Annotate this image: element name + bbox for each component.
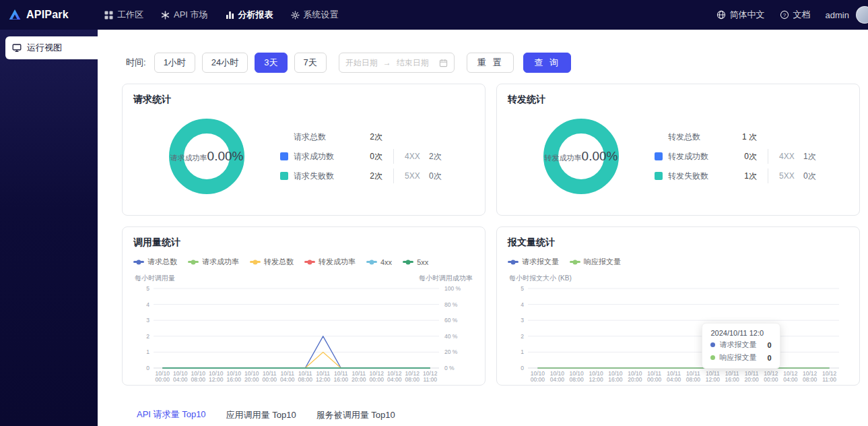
svg-text:20 %: 20 %: [444, 348, 458, 355]
nav-item-label: 分析报表: [238, 9, 273, 21]
legend-item[interactable]: 请求总数: [133, 257, 177, 267]
svg-text:10/1120:00: 10/1120:00: [352, 370, 366, 383]
chart-tooltip: 2024/10/11 12:0请求报文量0响应报文量0: [702, 323, 780, 369]
bar-chart-icon: [226, 11, 234, 20]
main-content: 时间: 1小时 24小时 3天 7天 开始日期 → 结束日期 重 置 查 询: [98, 30, 868, 426]
stat-row-total: 转发总数 1 次: [655, 128, 844, 146]
svg-text:10/1208:00: 10/1208:00: [803, 370, 817, 383]
right-axis-title: 每小时调用成功率: [419, 274, 473, 283]
svg-text:10/1211:00: 10/1211:00: [822, 370, 837, 383]
nav-item-label: API 市场: [174, 9, 208, 21]
svg-text:0: 0: [146, 365, 149, 371]
docs-link[interactable]: ? 文档: [780, 9, 811, 21]
legend-item[interactable]: 请求报文量: [508, 257, 559, 267]
user-menu[interactable]: admin: [826, 10, 849, 20]
svg-text:10/1211:00: 10/1211:00: [423, 370, 438, 383]
brand[interactable]: APIPark: [0, 8, 98, 22]
stat-row-success: 请求成功数 0次 4XX 2次: [280, 148, 470, 165]
forward-success-donut: 转发成功率0.00%: [543, 119, 619, 194]
svg-text:2: 2: [146, 333, 149, 340]
call-volume-card: 调用量统计 请求总数请求成功率转发总数转发成功率4xx5xx 每小时调用量 每小…: [122, 226, 486, 386]
svg-text:10/1204:00: 10/1204:00: [387, 370, 402, 383]
svg-text:10/1200:00: 10/1200:00: [764, 370, 778, 383]
svg-text:10/1104:00: 10/1104:00: [667, 370, 681, 383]
left-axis-title: 每小时调用量: [135, 274, 175, 283]
tab-app-calls-top10[interactable]: 应用调用量 Top10: [225, 406, 298, 426]
legend-marker-icon: [250, 261, 261, 263]
axis-labels: 每小时报文大小 (KB): [508, 274, 848, 283]
gear-icon: [291, 11, 300, 20]
svg-text:5: 5: [521, 285, 524, 292]
nav-item-settings[interactable]: 系统设置: [291, 9, 339, 21]
nav-item-label: 工作区: [117, 9, 143, 21]
tab-service-called-top10[interactable]: 服务被调用量 Top10: [315, 406, 397, 426]
range-button-1h[interactable]: 1小时: [154, 53, 195, 73]
svg-text:1: 1: [146, 348, 149, 355]
range-arrow: →: [383, 58, 391, 67]
legend-item[interactable]: 转发成功率: [304, 257, 356, 267]
apipark-logo-icon: [8, 8, 22, 22]
nav-item-label: 系统设置: [304, 9, 339, 21]
docs-label: 文档: [793, 9, 811, 21]
grid-icon: [104, 11, 113, 20]
legend-item[interactable]: 请求成功率: [188, 257, 239, 267]
language-switcher[interactable]: 简体中文: [716, 9, 765, 21]
main-nav: 工作区 API 市场 分析报表: [104, 9, 716, 21]
monitor-icon: [12, 43, 22, 53]
sidebar-item-label: 运行视图: [27, 42, 62, 54]
svg-text:0: 0: [521, 365, 524, 371]
legend-marker-icon: [304, 261, 315, 263]
svg-text:0 %: 0 %: [444, 365, 455, 371]
legend-marker-icon: [188, 261, 199, 263]
legend-item[interactable]: 4xx: [366, 258, 392, 266]
reset-button[interactable]: 重 置: [467, 53, 514, 73]
svg-text:?: ?: [782, 12, 786, 18]
range-button-3d[interactable]: 3天: [255, 53, 287, 73]
legend-label: 请求总数: [147, 257, 177, 267]
legend-marker-icon: [570, 261, 580, 263]
user-avatar[interactable]: [856, 6, 868, 24]
legend-label: 请求报文量: [522, 257, 559, 267]
request-stats-card: 请求统计 请求成功率0.00% 请求总数 2次: [122, 84, 486, 216]
svg-text:10/1204:00: 10/1204:00: [783, 370, 798, 383]
forward-stat-rows: 转发总数 1 次 转发成功数 0次 4XX 1次: [655, 128, 848, 185]
chart-plot: 01234510/1000:0010/1004:0010/1008:0010/1…: [508, 284, 848, 386]
request-stat-rows: 请求总数 2次 请求成功数 0次 4XX 2次: [280, 128, 474, 185]
svg-text:10/1004:00: 10/1004:00: [173, 370, 188, 383]
svg-text:100 %: 100 %: [444, 285, 461, 292]
legend-item[interactable]: 5xx: [403, 258, 428, 266]
nav-item-api-market[interactable]: API 市场: [161, 9, 208, 21]
card-title: 报文量统计: [508, 237, 848, 249]
card-title: 调用量统计: [133, 237, 474, 249]
chart-legend: 请求总数请求成功率转发总数转发成功率4xx5xx: [133, 257, 474, 267]
request-success-donut: 请求成功率0.00%: [169, 119, 244, 194]
date-range-picker[interactable]: 开始日期 → 结束日期: [339, 53, 455, 73]
svg-text:10/1004:00: 10/1004:00: [550, 370, 565, 383]
sidebar-item-run-view[interactable]: 运行视图: [5, 36, 98, 59]
range-button-7d[interactable]: 7天: [294, 53, 327, 73]
message-volume-card: 报文量统计 请求报文量响应报文量 每小时报文大小 (KB) 01234510/1…: [496, 226, 860, 386]
range-button-24h[interactable]: 24小时: [202, 53, 248, 73]
svg-text:10/1116:00: 10/1116:00: [334, 370, 349, 383]
time-filter-label: 时间:: [126, 57, 146, 69]
legend-label: 转发总数: [264, 257, 294, 267]
svg-text:10/1016:00: 10/1016:00: [227, 370, 242, 383]
nav-item-analytics[interactable]: 分析报表: [226, 9, 273, 21]
svg-text:80 %: 80 %: [444, 301, 458, 308]
navbar-right: 简体中文 ? 文档 admin: [716, 6, 868, 24]
success-swatch: [655, 152, 663, 160]
svg-text:10/1104:00: 10/1104:00: [280, 370, 295, 383]
svg-text:40 %: 40 %: [444, 333, 458, 340]
stat-row-success: 转发成功数 0次 4XX 1次: [655, 148, 844, 165]
globe-icon: [716, 10, 726, 20]
tab-api-requests-top10[interactable]: API 请求量 Top10: [135, 406, 207, 426]
query-button[interactable]: 查 询: [523, 53, 571, 73]
nav-item-workspace[interactable]: 工作区: [104, 9, 143, 21]
legend-item[interactable]: 转发总数: [250, 257, 294, 267]
stat-row-fail: 转发失败数 1次 5XX 0次: [655, 167, 844, 185]
legend-item[interactable]: 响应报文量: [570, 257, 621, 267]
chart-plot: 00 %120 %240 %360 %480 %5100 %10/1000:00…: [133, 284, 474, 386]
card-title: 转发统计: [508, 94, 848, 106]
svg-text:10/1016:00: 10/1016:00: [608, 370, 623, 383]
stat-row-fail: 请求失败数 2次 5XX 0次: [280, 167, 470, 185]
